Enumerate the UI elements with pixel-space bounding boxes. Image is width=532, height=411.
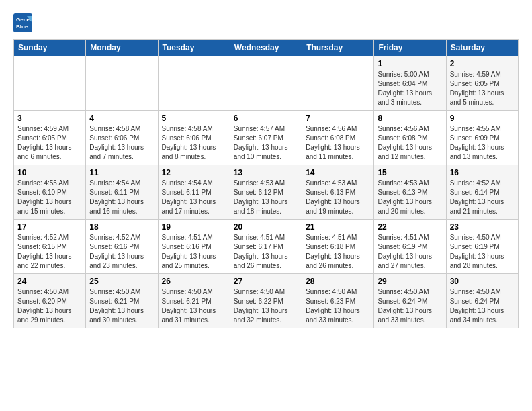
- day-info: Sunrise: 4:54 AM Sunset: 6:11 PM Dayligh…: [162, 179, 226, 216]
- calendar-cell: 18Sunrise: 4:52 AM Sunset: 6:16 PM Dayli…: [86, 220, 158, 274]
- calendar-cell: 29Sunrise: 4:50 AM Sunset: 6:24 PM Dayli…: [374, 274, 446, 328]
- day-info: Sunrise: 4:51 AM Sunset: 6:16 PM Dayligh…: [162, 233, 226, 271]
- day-info: Sunrise: 4:50 AM Sunset: 6:21 PM Dayligh…: [89, 287, 154, 325]
- day-info: Sunrise: 4:53 AM Sunset: 6:13 PM Dayligh…: [306, 179, 370, 216]
- day-number: 20: [234, 222, 298, 232]
- calendar-week-row: 3Sunrise: 4:59 AM Sunset: 6:05 PM Daylig…: [14, 111, 519, 165]
- day-info: Sunrise: 4:53 AM Sunset: 6:13 PM Dayligh…: [378, 179, 442, 216]
- day-info: Sunrise: 4:51 AM Sunset: 6:19 PM Dayligh…: [378, 233, 442, 271]
- day-number: 7: [306, 113, 370, 123]
- day-info: Sunrise: 4:52 AM Sunset: 6:16 PM Dayligh…: [89, 233, 154, 271]
- day-info: Sunrise: 4:50 AM Sunset: 6:23 PM Dayligh…: [306, 287, 370, 325]
- day-number: 15: [378, 168, 442, 177]
- day-number: 23: [450, 222, 515, 232]
- calendar-cell: [158, 56, 230, 111]
- day-info: Sunrise: 4:52 AM Sunset: 6:15 PM Dayligh…: [17, 233, 82, 271]
- day-info: Sunrise: 4:52 AM Sunset: 6:14 PM Dayligh…: [450, 179, 515, 216]
- calendar-cell: 12Sunrise: 4:54 AM Sunset: 6:11 PM Dayli…: [158, 165, 230, 220]
- header-sunday: Sunday: [14, 40, 86, 56]
- day-number: 11: [89, 168, 154, 177]
- calendar-cell: [86, 56, 158, 111]
- calendar-cell: 16Sunrise: 4:52 AM Sunset: 6:14 PM Dayli…: [446, 165, 518, 220]
- day-info: Sunrise: 4:59 AM Sunset: 6:05 PM Dayligh…: [450, 70, 515, 107]
- calendar-cell: 22Sunrise: 4:51 AM Sunset: 6:19 PM Dayli…: [374, 220, 446, 274]
- header-tuesday: Tuesday: [158, 40, 230, 56]
- header-monday: Monday: [86, 40, 158, 56]
- calendar-cell: 8Sunrise: 4:56 AM Sunset: 6:08 PM Daylig…: [374, 111, 446, 165]
- calendar-cell: 5Sunrise: 4:58 AM Sunset: 6:06 PM Daylig…: [158, 111, 230, 165]
- day-number: 17: [17, 222, 82, 232]
- calendar-cell: [14, 56, 86, 111]
- calendar-cell: 15Sunrise: 4:53 AM Sunset: 6:13 PM Dayli…: [374, 165, 446, 220]
- calendar-cell: 24Sunrise: 4:50 AM Sunset: 6:20 PM Dayli…: [14, 274, 86, 328]
- day-number: 16: [450, 168, 515, 177]
- calendar-week-row: 17Sunrise: 4:52 AM Sunset: 6:15 PM Dayli…: [14, 220, 519, 274]
- day-info: Sunrise: 4:50 AM Sunset: 6:20 PM Dayligh…: [17, 287, 82, 325]
- day-number: 30: [450, 277, 515, 286]
- day-number: 14: [306, 168, 370, 177]
- day-number: 2: [450, 59, 515, 68]
- day-number: 3: [17, 113, 82, 123]
- day-number: 25: [89, 277, 154, 286]
- header-saturday: Saturday: [446, 40, 518, 56]
- calendar-cell: 11Sunrise: 4:54 AM Sunset: 6:11 PM Dayli…: [86, 165, 158, 220]
- day-number: 8: [378, 113, 442, 123]
- day-info: Sunrise: 4:50 AM Sunset: 6:24 PM Dayligh…: [378, 287, 442, 325]
- day-number: 10: [17, 168, 82, 177]
- day-number: 13: [234, 168, 298, 177]
- calendar-cell: 1Sunrise: 5:00 AM Sunset: 6:04 PM Daylig…: [374, 56, 446, 111]
- day-number: 27: [234, 277, 298, 286]
- calendar-cell: 28Sunrise: 4:50 AM Sunset: 6:23 PM Dayli…: [302, 274, 374, 328]
- day-number: 5: [162, 113, 226, 123]
- calendar-cell: 10Sunrise: 4:55 AM Sunset: 6:10 PM Dayli…: [14, 165, 86, 220]
- calendar-week-row: 10Sunrise: 4:55 AM Sunset: 6:10 PM Dayli…: [14, 165, 519, 220]
- calendar-cell: 4Sunrise: 4:58 AM Sunset: 6:06 PM Daylig…: [86, 111, 158, 165]
- logo: General Blue: [13, 13, 35, 32]
- day-info: Sunrise: 4:50 AM Sunset: 6:21 PM Dayligh…: [162, 287, 226, 325]
- calendar-cell: 27Sunrise: 4:50 AM Sunset: 6:22 PM Dayli…: [230, 274, 302, 328]
- day-number: 19: [162, 222, 226, 232]
- calendar-cell: 13Sunrise: 4:53 AM Sunset: 6:12 PM Dayli…: [230, 165, 302, 220]
- day-number: 12: [162, 168, 226, 177]
- calendar-week-row: 24Sunrise: 4:50 AM Sunset: 6:20 PM Dayli…: [14, 274, 519, 328]
- calendar-cell: 14Sunrise: 4:53 AM Sunset: 6:13 PM Dayli…: [302, 165, 374, 220]
- calendar-cell: 17Sunrise: 4:52 AM Sunset: 6:15 PM Dayli…: [14, 220, 86, 274]
- calendar-cell: 7Sunrise: 4:56 AM Sunset: 6:08 PM Daylig…: [302, 111, 374, 165]
- calendar-cell: 20Sunrise: 4:51 AM Sunset: 6:17 PM Dayli…: [230, 220, 302, 274]
- calendar-cell: 25Sunrise: 4:50 AM Sunset: 6:21 PM Dayli…: [86, 274, 158, 328]
- day-number: 6: [234, 113, 298, 123]
- day-info: Sunrise: 4:57 AM Sunset: 6:07 PM Dayligh…: [234, 124, 298, 162]
- day-info: Sunrise: 4:59 AM Sunset: 6:05 PM Dayligh…: [17, 124, 82, 162]
- calendar-week-row: 1Sunrise: 5:00 AM Sunset: 6:04 PM Daylig…: [14, 56, 519, 111]
- day-number: 21: [306, 222, 370, 232]
- day-number: 9: [450, 113, 515, 123]
- day-info: Sunrise: 4:55 AM Sunset: 6:10 PM Dayligh…: [17, 179, 82, 216]
- logo-icon: General Blue: [13, 13, 32, 32]
- day-number: 4: [89, 113, 154, 123]
- calendar-table: SundayMondayTuesdayWednesdayThursdayFrid…: [13, 39, 519, 328]
- day-number: 28: [306, 277, 370, 286]
- calendar-cell: 23Sunrise: 4:50 AM Sunset: 6:19 PM Dayli…: [446, 220, 518, 274]
- day-info: Sunrise: 4:55 AM Sunset: 6:09 PM Dayligh…: [450, 124, 515, 162]
- day-info: Sunrise: 4:58 AM Sunset: 6:06 PM Dayligh…: [89, 124, 154, 162]
- day-number: 22: [378, 222, 442, 232]
- day-info: Sunrise: 4:53 AM Sunset: 6:12 PM Dayligh…: [234, 179, 298, 216]
- day-info: Sunrise: 4:50 AM Sunset: 6:22 PM Dayligh…: [234, 287, 298, 325]
- day-number: 1: [378, 59, 442, 68]
- day-info: Sunrise: 4:51 AM Sunset: 6:18 PM Dayligh…: [306, 233, 370, 271]
- calendar-cell: 3Sunrise: 4:59 AM Sunset: 6:05 PM Daylig…: [14, 111, 86, 165]
- day-number: 18: [89, 222, 154, 232]
- calendar-cell: 21Sunrise: 4:51 AM Sunset: 6:18 PM Dayli…: [302, 220, 374, 274]
- header-thursday: Thursday: [302, 40, 374, 56]
- header-friday: Friday: [374, 40, 446, 56]
- day-info: Sunrise: 4:56 AM Sunset: 6:08 PM Dayligh…: [306, 124, 370, 162]
- day-info: Sunrise: 5:00 AM Sunset: 6:04 PM Dayligh…: [378, 70, 442, 107]
- calendar-cell: [302, 56, 374, 111]
- day-number: 24: [17, 277, 82, 286]
- day-info: Sunrise: 4:56 AM Sunset: 6:08 PM Dayligh…: [378, 124, 442, 162]
- day-number: 26: [162, 277, 226, 286]
- calendar-cell: [230, 56, 302, 111]
- calendar-cell: 6Sunrise: 4:57 AM Sunset: 6:07 PM Daylig…: [230, 111, 302, 165]
- day-info: Sunrise: 4:50 AM Sunset: 6:24 PM Dayligh…: [450, 287, 515, 325]
- calendar-cell: 26Sunrise: 4:50 AM Sunset: 6:21 PM Dayli…: [158, 274, 230, 328]
